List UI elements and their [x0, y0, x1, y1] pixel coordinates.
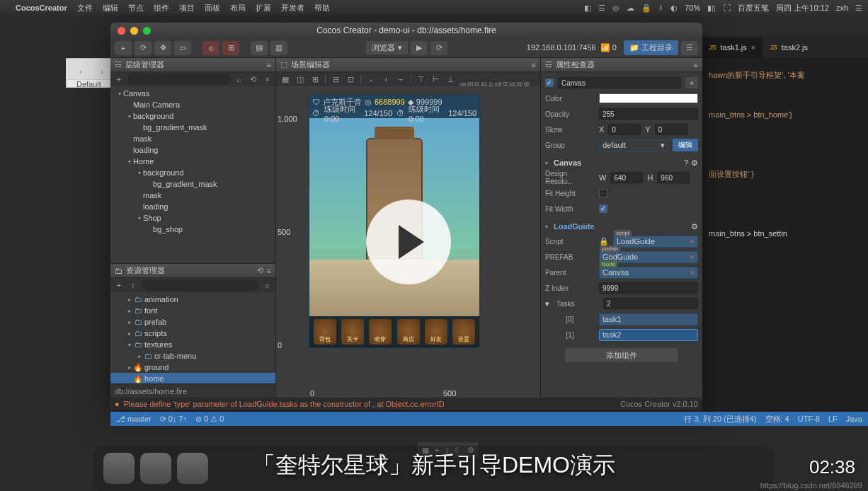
add-button[interactable]: + — [115, 41, 132, 55]
remove-icon[interactable]: × — [690, 237, 695, 246]
align-middle-btn[interactable]: ⊢ — [430, 74, 442, 85]
hierarchy-node[interactable]: Main Camera — [110, 99, 275, 110]
menu-layout[interactable]: 布局 — [230, 3, 246, 13]
panel-menu-icon[interactable]: ≡ — [267, 61, 271, 69]
gear-icon[interactable]: ⚙ — [691, 158, 698, 168]
cursor-position[interactable]: 行 3, 列 20 (已选择4) — [684, 414, 756, 424]
move-tool[interactable]: ✥ — [154, 41, 171, 55]
node-active-checkbox[interactable] — [545, 79, 554, 87]
menu-extension[interactable]: 扩展 — [256, 3, 271, 13]
panel-menu-icon[interactable]: ≡ — [532, 61, 536, 69]
game-nav-button[interactable]: 背包 — [314, 319, 336, 345]
search-icon[interactable]: ⌕ — [233, 75, 244, 83]
game-nav-button[interactable]: 商店 — [397, 319, 420, 345]
menu-developer[interactable]: 开发者 — [281, 3, 304, 13]
menu-panel[interactable]: 面板 — [205, 3, 220, 13]
fit-height-checkbox[interactable] — [599, 189, 607, 197]
hierarchy-search[interactable] — [127, 74, 230, 85]
align-tool[interactable]: ▥ — [270, 41, 287, 55]
align-top-btn[interactable]: ⊤ — [415, 74, 428, 85]
search-icon[interactable]: ⌕ — [261, 281, 273, 289]
menu-button[interactable]: ☰ — [681, 41, 698, 55]
align-right-btn[interactable]: ⫟ — [394, 74, 407, 85]
game-nav-button[interactable]: 关卡 — [341, 319, 364, 345]
asset-item[interactable]: ▸🗀prefab — [110, 316, 275, 328]
hierarchy-node[interactable]: mask — [110, 133, 275, 144]
task0-chip[interactable]: task1 — [599, 313, 698, 325]
add-button[interactable]: + — [685, 77, 698, 88]
panel-refresh-icon[interactable]: ⟲ — [257, 266, 263, 275]
gear-icon[interactable]: ⚙ — [691, 222, 698, 231]
git-sync[interactable]: ⟳ 0↓ 7↑ — [160, 415, 187, 424]
align-center-btn[interactable]: ⫞ — [379, 74, 392, 85]
local-tool[interactable]: ⊞ — [222, 41, 239, 55]
asset-item[interactable]: ▸🗀scripts — [110, 328, 275, 339]
asset-item[interactable]: ▸🗀font — [110, 305, 275, 316]
browser-tab[interactable]: Default — [66, 79, 112, 88]
scene-tool-btn[interactable]: ▦ — [279, 74, 292, 85]
anchor-tool[interactable]: ⎋ — [202, 41, 219, 55]
game-nav-button[interactable]: 设置 — [452, 319, 475, 345]
asset-item[interactable]: ▸🗀animation — [110, 294, 275, 305]
close-icon[interactable]: × — [751, 43, 755, 52]
user-name[interactable]: zxh — [836, 4, 848, 12]
align-left-btn[interactable]: ⫠ — [365, 74, 377, 85]
zindex-input[interactable] — [599, 282, 698, 294]
ime-name[interactable]: 百度五笔 — [738, 3, 769, 13]
hierarchy-node[interactable]: mask — [110, 190, 275, 201]
dock-app-icon[interactable] — [140, 453, 171, 484]
hierarchy-node[interactable]: ▾Canvas — [110, 88, 275, 99]
hierarchy-node[interactable]: loading — [110, 201, 275, 212]
siri-icon[interactable]: ☰ — [855, 4, 862, 13]
editor-tab-task2[interactable]: JStask2.js — [763, 37, 815, 58]
canvas-section-header[interactable]: ▾Canvas?⚙ — [545, 156, 698, 170]
tasks-count-input[interactable] — [603, 298, 698, 309]
game-nav-button[interactable]: 好友 — [425, 319, 447, 345]
asset-item[interactable]: ▸🔥ground — [110, 362, 275, 373]
menu-node[interactable]: 节点 — [128, 3, 144, 13]
app-name[interactable]: CocosCreator — [16, 4, 67, 12]
menu-help[interactable]: 帮助 — [314, 3, 330, 13]
editor-tab-task1[interactable]: JStask1.js× — [702, 37, 763, 58]
align-tool[interactable]: ▤ — [251, 41, 268, 55]
hierarchy-node[interactable]: ▾background — [110, 167, 275, 178]
indent-setting[interactable]: 空格: 4 — [765, 414, 789, 424]
design-w-input[interactable] — [610, 172, 643, 183]
task1-chip[interactable]: task2 — [599, 329, 698, 341]
menu-project[interactable]: 项目 — [179, 3, 195, 13]
script-chip[interactable]: scriptLoadGuide× — [613, 236, 698, 248]
menu-edit[interactable]: 编辑 — [103, 3, 118, 13]
sort-button[interactable]: ↕ — [127, 281, 139, 289]
node-name-input[interactable] — [558, 77, 681, 88]
window-close-button[interactable] — [118, 27, 125, 35]
skew-y-input[interactable] — [655, 124, 687, 135]
add-node-button[interactable]: + — [113, 75, 125, 83]
add-asset-button[interactable]: + — [113, 281, 125, 289]
design-h-input[interactable] — [657, 172, 690, 183]
language-mode[interactable]: Java — [846, 415, 862, 423]
align-bottom-btn[interactable]: ⊥ — [445, 74, 457, 85]
code-body[interactable]: hawn的新手引导框架', '本案 main_btns > btn_home'}… — [702, 58, 868, 250]
refresh-button[interactable]: ⟳ — [135, 41, 152, 55]
filter-button[interactable]: ⚬ — [261, 75, 273, 84]
reload-preview-button[interactable]: ⟳ — [430, 41, 447, 55]
scene-viewport[interactable]: 1,000 500 0 0 500 🛡 卢克斯千音 ◎ 6688999 ◆ — [276, 86, 540, 398]
window-zoom-button[interactable] — [143, 27, 151, 35]
window-minimize-button[interactable] — [130, 27, 138, 35]
asset-item[interactable]: ▾🗀textures — [110, 339, 275, 350]
problems[interactable]: ⊘ 0 ⚠ 0 — [195, 415, 224, 424]
video-play-button[interactable] — [366, 200, 451, 284]
assets-search[interactable] — [142, 279, 258, 291]
scene-tool-btn[interactable]: ⊡ — [344, 74, 357, 85]
hierarchy-tree[interactable]: ▾CanvasMain Camera▾backgroundbg_gradient… — [110, 86, 275, 263]
collapse-button[interactable]: ⟲ — [247, 75, 258, 84]
hierarchy-node[interactable]: bg_gradient_mask — [110, 178, 275, 190]
fit-width-checkbox[interactable] — [599, 204, 607, 213]
hierarchy-node[interactable]: ▾background — [110, 110, 275, 122]
game-nav-button[interactable]: 暗穿 — [369, 319, 392, 345]
group-dropdown[interactable]: default▾ — [599, 139, 668, 151]
remove-icon[interactable]: × — [690, 253, 695, 261]
skew-x-input[interactable] — [608, 124, 641, 135]
assets-tree[interactable]: ▸🗀animation▸🗀font▸🗀prefab▸🗀scripts▾🗀text… — [110, 292, 275, 383]
console-bar[interactable]: ● Please define 'type' parameter of Load… — [110, 398, 702, 410]
